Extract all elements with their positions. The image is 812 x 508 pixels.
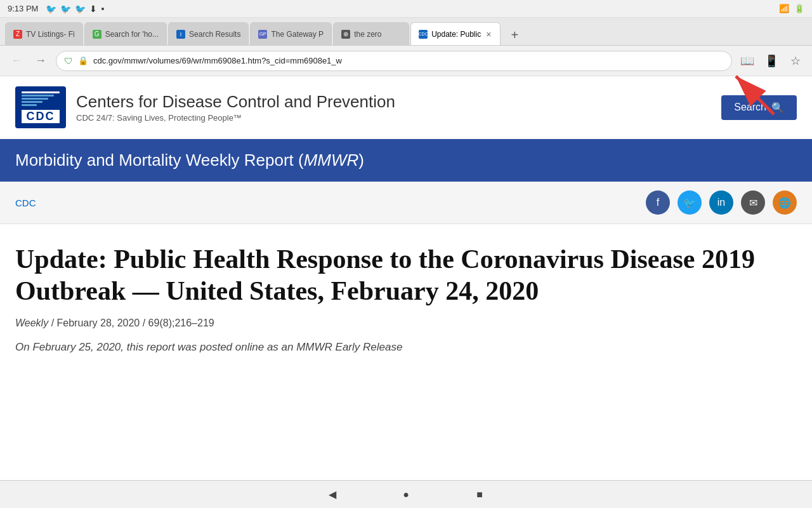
bookmark-icon[interactable]: ☆ [787, 52, 804, 70]
cdc-tagline: CDC 24/7: Saving Lives, Protecting Peopl… [76, 113, 395, 123]
twitter-share-icon[interactable]: 🐦 [678, 190, 702, 215]
search-button-icon: 🔍 [771, 102, 784, 114]
tab-gateway-label: The Gateway P [271, 30, 324, 39]
cdc-breadcrumb-link[interactable]: CDC [15, 197, 36, 208]
tab-update-favicon: CDC [419, 30, 428, 39]
article-title: Update: Public Health Response to the Co… [15, 243, 797, 307]
bottom-nav: ◀ ● ■ [0, 480, 812, 508]
address-box[interactable]: 🛡 🔒 cdc.gov/mmwr/volumes/69/wr/mm6908e1.… [56, 51, 732, 71]
tab-search-results[interactable]: I Search Results [168, 22, 249, 45]
new-tab-button[interactable]: + [504, 25, 525, 45]
bottom-home-button[interactable]: ● [395, 483, 417, 506]
tab-tv-favicon: Z [13, 30, 22, 39]
facebook-share-icon[interactable]: f [646, 190, 670, 215]
article-meta-weekly: Weekly [15, 318, 48, 328]
linkedin-share-icon[interactable]: in [709, 190, 733, 215]
address-url: cdc.gov/mmwr/volumes/69/wr/mm6908e1.htm?… [93, 56, 724, 65]
status-icons: 🐦 🐦 🐦 ⬇ • [46, 4, 104, 14]
tab-update[interactable]: CDC Update: Public × [410, 22, 501, 45]
tab-zero[interactable]: ⊕ the zero [333, 22, 409, 45]
twitter-icon-3: 🐦 [75, 4, 86, 14]
tab-search-how-label: Search for 'ho... [105, 30, 159, 39]
battery-icon: 🔋 [794, 4, 804, 13]
status-bar-right: 📶 🔋 [779, 4, 804, 13]
globe-share-icon[interactable]: 🌐 [773, 190, 797, 215]
tab-bar: Z TV Listings- Fi G Search for 'ho... I … [0, 18, 812, 46]
tab-zero-favicon: ⊕ [341, 30, 350, 39]
tab-search-how-favicon: G [93, 30, 102, 39]
article-intro: On February 25, 2020, this report was po… [15, 339, 797, 356]
email-share-icon[interactable]: ✉ [741, 190, 765, 215]
reader-mode-icon[interactable]: 📖 [738, 52, 756, 70]
page-content: CDC Centers for Disease Control and Prev… [0, 76, 812, 368]
cdc-header: CDC Centers for Disease Control and Prev… [0, 76, 812, 139]
tab-search-results-label: Search Results [189, 30, 240, 39]
tab-update-label: Update: Public [431, 30, 481, 39]
lock-icon: 🔒 [78, 56, 88, 65]
article-content: Update: Public Health Response to the Co… [0, 224, 812, 368]
mmwr-banner: Morbidity and Mortality Weekly Report (M… [0, 139, 812, 182]
cdc-logo-text: Centers for Disease Control and Preventi… [76, 92, 395, 123]
share-row: CDC f 🐦 in ✉ 🌐 [0, 182, 812, 224]
article-meta-date: / February 28, 2020 / 69(8);216–219 [51, 318, 214, 328]
tab-close-icon[interactable]: × [485, 28, 492, 41]
share-icon[interactable]: 📱 [763, 52, 780, 70]
shield-icon: 🛡 [64, 56, 73, 66]
cdc-org-name: Centers for Disease Control and Preventi… [76, 92, 395, 112]
toolbar-icons: 📖 📱 ☆ [738, 52, 804, 70]
back-button[interactable]: ← [8, 52, 25, 70]
download-icon: ⬇ [89, 4, 97, 14]
article-meta: Weekly / February 28, 2020 / 69(8);216–2… [15, 318, 797, 329]
tab-tv-label: TV Listings- Fi [26, 30, 75, 39]
tab-gateway-favicon: GP [258, 30, 267, 39]
social-icons: f 🐦 in ✉ 🌐 [646, 190, 797, 215]
bottom-stop-button[interactable]: ■ [468, 483, 491, 506]
tab-tv[interactable]: Z TV Listings- Fi [5, 22, 83, 45]
twitter-icon-2: 🐦 [60, 4, 71, 14]
tab-zero-label: the zero [354, 30, 381, 39]
mmwr-title-text: Morbidity and Mortality Weekly Report (M… [15, 150, 364, 170]
bottom-back-button[interactable]: ◀ [321, 483, 344, 506]
cdc-logo-area: CDC Centers for Disease Control and Prev… [15, 86, 395, 128]
tab-search-results-favicon: I [176, 30, 185, 39]
wifi-icon: 📶 [779, 4, 789, 13]
cdc-search-button[interactable]: Search 🔍 [721, 95, 797, 120]
status-bar: 9:13 PM 🐦 🐦 🐦 ⬇ • 📶 🔋 [0, 0, 812, 18]
tab-search-how[interactable]: G Search for 'ho... [84, 22, 167, 45]
forward-button[interactable]: → [32, 52, 49, 70]
twitter-icon-1: 🐦 [46, 4, 56, 14]
status-time: 9:13 PM [8, 4, 38, 13]
dot-icon: • [101, 4, 104, 14]
address-bar-row: ← → 🛡 🔒 cdc.gov/mmwr/volumes/69/wr/mm690… [0, 46, 812, 76]
tab-gateway[interactable]: GP The Gateway P [250, 22, 332, 45]
search-button-label: Search [734, 102, 766, 113]
